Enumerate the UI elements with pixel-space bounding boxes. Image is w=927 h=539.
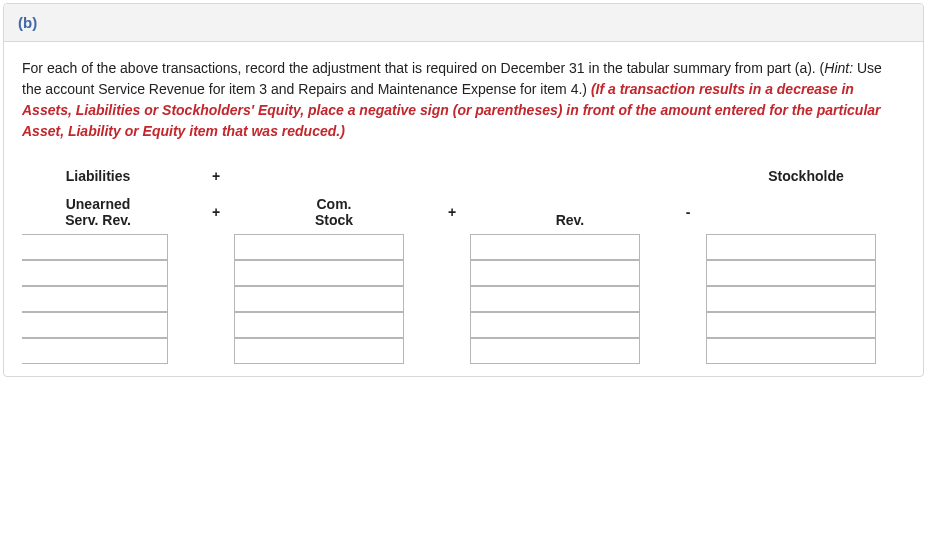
hint-label: Hint: bbox=[824, 60, 853, 76]
table-row bbox=[470, 260, 670, 286]
table-row bbox=[706, 338, 905, 364]
section-body: For each of the above transactions, reco… bbox=[4, 42, 923, 376]
input-r4-c4[interactable] bbox=[470, 312, 640, 338]
tabular-summary-grid: = Liabilities + Stockholde Prepd. Clean.… bbox=[22, 162, 905, 364]
instructions: For each of the above transactions, reco… bbox=[22, 58, 905, 142]
header-top-liabilities: Liabilities bbox=[22, 162, 198, 190]
table-row bbox=[706, 234, 905, 260]
input-r5-c4[interactable] bbox=[470, 338, 640, 364]
table-row bbox=[234, 312, 434, 338]
table-row bbox=[470, 312, 670, 338]
table-row bbox=[22, 338, 198, 364]
header-top-c4 bbox=[470, 170, 670, 182]
header-sub-c3-l2: Stock bbox=[315, 212, 353, 228]
op-plus: + bbox=[198, 168, 234, 184]
input-r1-c3[interactable] bbox=[234, 234, 404, 260]
question-part-panel: (b) For each of the above transactions, … bbox=[3, 3, 924, 377]
table-row bbox=[22, 234, 198, 260]
input-r2-c4[interactable] bbox=[470, 260, 640, 286]
section-header: (b) bbox=[4, 4, 923, 42]
input-r1-c5[interactable] bbox=[706, 234, 876, 260]
table-scroll-container[interactable]: = Liabilities + Stockholde Prepd. Clean.… bbox=[22, 162, 905, 368]
table-row bbox=[470, 286, 670, 312]
input-r3-c4[interactable] bbox=[470, 286, 640, 312]
section-label: (b) bbox=[18, 14, 37, 31]
input-r4-c3[interactable] bbox=[234, 312, 404, 338]
input-r1-c4[interactable] bbox=[470, 234, 640, 260]
op-plus: + bbox=[434, 204, 470, 220]
table-row bbox=[234, 338, 434, 364]
input-r2-c5[interactable] bbox=[706, 260, 876, 286]
table-row bbox=[234, 286, 434, 312]
input-r5-c3[interactable] bbox=[234, 338, 404, 364]
header-sub-c2-l1: Unearned bbox=[66, 196, 131, 212]
header-sub-com-stock: Com. Stock bbox=[234, 190, 434, 234]
table-row bbox=[234, 260, 434, 286]
header-sub-rev: Rev. bbox=[470, 190, 670, 234]
input-r3-c2[interactable] bbox=[22, 286, 168, 312]
header-sub-c4-l2: Rev. bbox=[556, 212, 585, 228]
input-r3-c3[interactable] bbox=[234, 286, 404, 312]
input-r2-c2[interactable] bbox=[22, 260, 168, 286]
header-sub-unearned-serv-rev: Unearned Serv. Rev. bbox=[22, 190, 198, 234]
input-r2-c3[interactable] bbox=[234, 260, 404, 286]
table-row bbox=[22, 260, 198, 286]
table-row bbox=[22, 286, 198, 312]
table-row bbox=[22, 312, 198, 338]
header-top-c3 bbox=[234, 170, 434, 182]
table-row bbox=[706, 312, 905, 338]
input-r1-c2[interactable] bbox=[22, 234, 168, 260]
table-row bbox=[470, 234, 670, 260]
op-minus: - bbox=[670, 204, 706, 220]
header-sub-c2-l2: Serv. Rev. bbox=[65, 212, 131, 228]
table-row bbox=[706, 286, 905, 312]
input-r5-c2[interactable] bbox=[22, 338, 168, 364]
table-row bbox=[706, 260, 905, 286]
input-r5-c5[interactable] bbox=[706, 338, 876, 364]
header-sub-c3-l1: Com. bbox=[317, 196, 352, 212]
input-r3-c5[interactable] bbox=[706, 286, 876, 312]
op-plus: + bbox=[198, 204, 234, 220]
input-r4-c2[interactable] bbox=[22, 312, 168, 338]
input-r4-c5[interactable] bbox=[706, 312, 876, 338]
table-row bbox=[234, 234, 434, 260]
header-sub-c5 bbox=[706, 198, 905, 226]
instructions-text: For each of the above transactions, reco… bbox=[22, 60, 824, 76]
table-row bbox=[470, 338, 670, 364]
header-top-stockholders: Stockholde bbox=[706, 162, 905, 190]
